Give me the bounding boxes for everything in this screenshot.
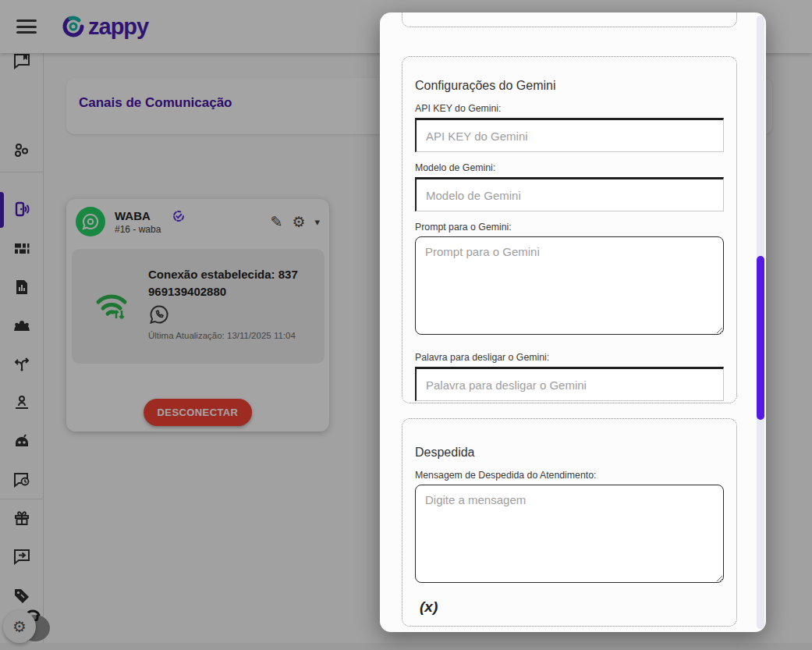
api-key-input[interactable]	[415, 118, 724, 152]
channel-settings-modal: Configurações do Gemini API KEY do Gemin…	[380, 12, 766, 632]
farewell-section-title: Despedida	[415, 446, 724, 460]
farewell-message-label: Mensagem de Despedida do Atendimento:	[415, 470, 724, 481]
emoji-picker-toggle[interactable]: (x)	[415, 597, 442, 617]
modal-scrollbar-thumb[interactable]	[757, 256, 764, 420]
gemini-model-input[interactable]	[415, 177, 724, 211]
farewell-section: Despedida Mensagem de Despedida do Atend…	[402, 418, 737, 627]
gemini-section-title: Configurações do Gemini	[415, 79, 724, 93]
previous-section-partial	[402, 12, 737, 27]
gemini-model-label: Modelo de Gemini:	[415, 162, 724, 173]
gemini-off-word-label: Palavra para desligar o Gemini:	[415, 352, 724, 363]
api-key-label: API KEY do Gemini:	[415, 103, 724, 114]
gemini-settings-section: Configurações do Gemini API KEY do Gemin…	[402, 56, 737, 403]
gemini-prompt-label: Prompt para o Gemini:	[415, 222, 724, 233]
screen: zappy	[0, 0, 812, 650]
gemini-prompt-textarea[interactable]	[415, 236, 724, 335]
farewell-message-textarea[interactable]	[415, 485, 724, 583]
gemini-off-word-input[interactable]	[415, 367, 724, 401]
